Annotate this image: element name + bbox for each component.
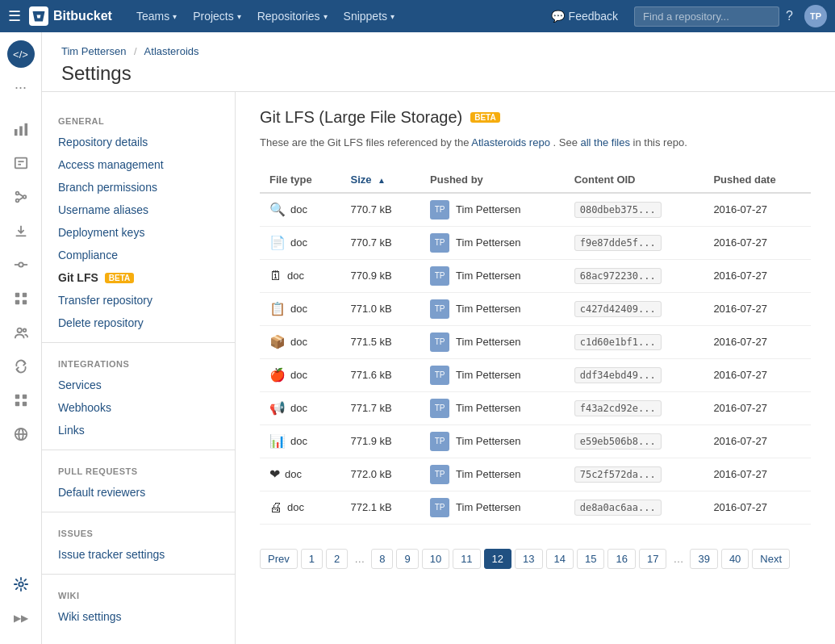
page-2[interactable]: 2 <box>326 549 348 569</box>
cell-size-2: 770.9 kB <box>340 259 420 292</box>
nav-snippets[interactable]: Snippets ▾ <box>336 0 403 32</box>
sidebar-apps2-icon[interactable] <box>5 384 37 416</box>
sidebar-source-icon[interactable] <box>5 181 37 213</box>
page-11[interactable]: 11 <box>453 549 480 569</box>
help-icon[interactable]: ? <box>779 9 800 23</box>
teams-caret-icon: ▾ <box>173 12 177 21</box>
nav-username-aliases[interactable]: Username aliases <box>42 199 235 221</box>
col-size[interactable]: Size ▲ <box>340 167 420 193</box>
nav-webhooks[interactable]: Webhooks <box>42 396 235 419</box>
user-avatar[interactable]: TP <box>804 5 827 27</box>
svg-rect-2 <box>24 123 27 136</box>
cell-date-5: 2016-07-27 <box>703 358 811 391</box>
sidebar-expand-icon[interactable]: ▶▶ <box>5 602 37 634</box>
page-15[interactable]: 15 <box>577 549 604 569</box>
sidebar-refresh-icon[interactable] <box>5 350 37 383</box>
page-9[interactable]: 9 <box>396 549 418 569</box>
atlasteroids-repo-link[interactable]: Atlasteroids repo <box>471 136 550 148</box>
next-button[interactable]: Next <box>752 549 790 569</box>
svg-rect-21 <box>22 402 26 406</box>
pushed-by-avatar-8: TP <box>430 465 449 484</box>
sidebar-stats-icon[interactable] <box>5 113 37 145</box>
page-13[interactable]: 13 <box>515 549 542 569</box>
svg-point-16 <box>17 328 21 332</box>
nav-branch-permissions[interactable]: Branch permissions <box>42 176 235 199</box>
sidebar-apps1-icon[interactable] <box>5 282 37 315</box>
logo[interactable]: Bitbucket <box>29 6 112 26</box>
sidebar-more-icon[interactable]: ··· <box>5 71 37 103</box>
table-row: 🔍 doc 770.7 kB TP Tim Pettersen 080dbeb3… <box>260 193 811 227</box>
svg-rect-1 <box>19 126 23 136</box>
hamburger-icon[interactable]: ☰ <box>8 7 21 25</box>
cell-pushed-by-7: TP Tim Pettersen <box>420 424 565 458</box>
nav-git-lfs[interactable]: Git LFS BETA <box>42 266 235 289</box>
nav-wiki-settings[interactable]: Wiki settings <box>42 605 235 628</box>
pushed-by-avatar-5: TP <box>430 366 449 385</box>
search-input[interactable] <box>634 6 779 27</box>
nav-teams[interactable]: Teams ▾ <box>128 0 185 32</box>
nav-compliance[interactable]: Compliance <box>42 244 235 266</box>
page-1[interactable]: 1 <box>301 549 323 569</box>
nav-projects[interactable]: Projects ▾ <box>185 0 249 32</box>
breadcrumb-repo-link[interactable]: Atlasteroids <box>144 45 199 57</box>
settings-nav: GENERAL Repository details Access manage… <box>42 92 236 644</box>
nav-transfer-repository[interactable]: Transfer repository <box>42 289 235 312</box>
file-icon-4: 📦 <box>269 334 286 349</box>
svg-rect-12 <box>15 293 19 297</box>
cell-size-8: 772.0 kB <box>340 458 420 491</box>
sidebar-globe-icon[interactable] <box>5 418 37 450</box>
nav-default-reviewers[interactable]: Default reviewers <box>42 481 235 504</box>
page-14[interactable]: 14 <box>546 549 574 569</box>
file-icon-1: 📄 <box>269 235 286 250</box>
logo-text: Bitbucket <box>53 9 112 23</box>
cell-file-type-6: 📢 doc <box>260 391 340 424</box>
nav-links[interactable]: Links <box>42 419 235 441</box>
page-10[interactable]: 10 <box>422 549 449 569</box>
page-39[interactable]: 39 <box>690 549 717 569</box>
sidebar-people-icon[interactable] <box>5 316 37 349</box>
nav-delete-repository[interactable]: Delete repository <box>42 312 235 334</box>
page-8[interactable]: 8 <box>371 549 393 569</box>
cell-oid-8: 75c2f572da... <box>565 458 704 491</box>
feedback-button[interactable]: 💬 Feedback <box>543 10 626 23</box>
sidebar-download-icon[interactable] <box>5 215 37 247</box>
svg-rect-3 <box>15 158 26 169</box>
cell-date-2: 2016-07-27 <box>703 259 811 292</box>
sidebar-issues-icon[interactable] <box>5 147 37 179</box>
page-16[interactable]: 16 <box>607 549 635 569</box>
prev-button[interactable]: Prev <box>260 549 298 569</box>
cell-size-7: 771.9 kB <box>340 424 420 458</box>
cell-size-4: 771.5 kB <box>340 325 420 358</box>
cell-size-1: 770.7 kB <box>340 226 420 259</box>
nav-issue-tracker-settings[interactable]: Issue tracker settings <box>42 543 235 566</box>
main-beta-badge: BETA <box>470 112 499 123</box>
pushed-by-avatar-4: TP <box>430 332 449 352</box>
cell-date-6: 2016-07-27 <box>703 391 811 424</box>
page-17[interactable]: 17 <box>639 549 666 569</box>
svg-point-17 <box>23 329 26 332</box>
page-40[interactable]: 40 <box>721 549 749 569</box>
svg-rect-19 <box>22 395 26 399</box>
cell-date-4: 2016-07-27 <box>703 325 811 358</box>
cell-oid-1: f9e87dde5f... <box>565 226 704 259</box>
file-icon-9: 🖨 <box>269 500 282 515</box>
nav-repositories[interactable]: Repositories ▾ <box>249 0 336 32</box>
cell-file-type-7: 📊 doc <box>260 424 340 458</box>
nav-repo-details[interactable]: Repository details <box>42 131 235 153</box>
nav-access-management[interactable]: Access management <box>42 153 235 176</box>
pushed-by-avatar-1: TP <box>430 233 449 253</box>
nav-services[interactable]: Services <box>42 374 235 396</box>
cell-file-type-9: 🖨 doc <box>260 491 340 524</box>
svg-rect-0 <box>14 129 17 136</box>
breadcrumb-separator: / <box>134 45 137 57</box>
sidebar-avatar[interactable]: </> <box>7 40 35 68</box>
sidebar-commits-icon[interactable] <box>5 249 37 281</box>
page-12[interactable]: 12 <box>484 549 511 569</box>
breadcrumb-user-link[interactable]: Tim Pettersen <box>61 45 126 57</box>
nav-deployment-keys[interactable]: Deployment keys <box>42 221 235 244</box>
svg-rect-15 <box>22 300 26 304</box>
git-lfs-badge: BETA <box>105 273 134 283</box>
sidebar-settings-icon[interactable] <box>5 568 37 600</box>
all-files-link[interactable]: all the files <box>581 136 630 148</box>
cell-file-type-3: 📋 doc <box>260 292 340 325</box>
